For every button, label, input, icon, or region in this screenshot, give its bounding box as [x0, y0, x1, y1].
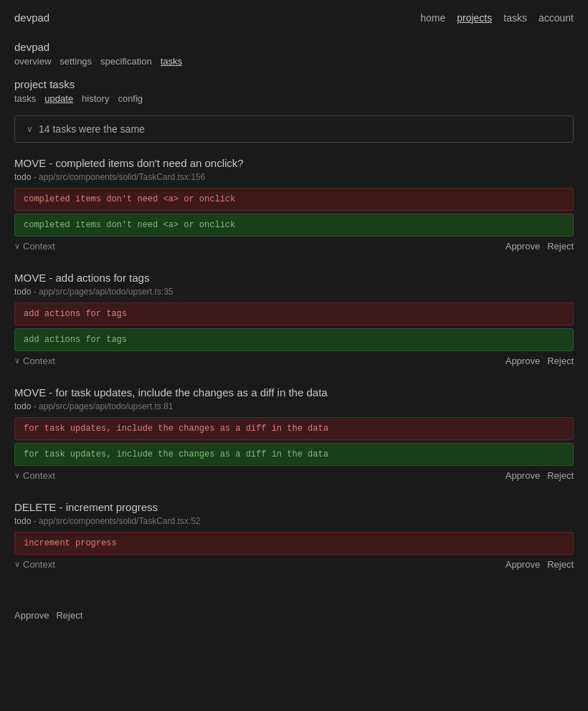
- task-title-1: MOVE - completed items don't need an onc…: [14, 157, 574, 169]
- approve-button-3[interactable]: Approve: [506, 470, 540, 481]
- task-title-4: DELETE - increment progress: [14, 501, 574, 513]
- task-meta-sep-1: -: [34, 172, 39, 182]
- context-chevron-icon-4: ∨: [14, 560, 20, 569]
- approve-reject-3: Approve Reject: [506, 470, 574, 481]
- section-header: project tasks tasks update history confi…: [0, 70, 588, 107]
- task-meta-4: todo - app/src/components/solid/TaskCard…: [14, 516, 574, 526]
- project-nav-overview[interactable]: overview: [14, 56, 51, 67]
- section-nav-tasks[interactable]: tasks: [14, 93, 36, 104]
- project-title: devpad: [14, 41, 574, 53]
- reject-button-3[interactable]: Reject: [547, 470, 574, 481]
- task-path-4: app/src/components/solid/TaskCard.tsx:52: [39, 516, 200, 526]
- task-title-2: MOVE - add actions for tags: [14, 272, 574, 284]
- task-type-2: todo: [14, 287, 31, 297]
- task-new-code-3: for task updates, include the changes as…: [14, 443, 574, 466]
- approve-button-4[interactable]: Approve: [506, 559, 540, 570]
- project-nav-settings[interactable]: settings: [60, 56, 92, 67]
- task-path-2: app/src/pages/api/todo/upsert.ts:35: [39, 287, 173, 297]
- task-title-3: MOVE - for task updates, include the cha…: [14, 386, 574, 399]
- task-path-3: app/src/pages/api/todo/upsert.ts:81: [39, 401, 173, 411]
- approve-reject-1: Approve Reject: [506, 241, 574, 252]
- task-path-1: app/src/components/solid/TaskCard.tsx:15…: [39, 172, 205, 182]
- task-old-code-1: completed items don't need <a> or onclic…: [14, 188, 574, 211]
- context-label-4: Context: [23, 559, 55, 570]
- context-chevron-icon-1: ∨: [14, 242, 20, 251]
- project-nav-specification[interactable]: specification: [100, 56, 152, 67]
- section-title: project tasks: [14, 78, 574, 90]
- section-nav-config[interactable]: config: [118, 93, 143, 104]
- context-toggle-4[interactable]: ∨ Context: [14, 559, 55, 570]
- task-old-code-3: for task updates, include the changes as…: [14, 417, 574, 440]
- approve-button-2[interactable]: Approve: [506, 356, 540, 366]
- task-type-1: todo: [14, 172, 31, 182]
- project-nav-tasks[interactable]: tasks: [161, 56, 182, 67]
- context-chevron-icon-3: ∨: [14, 471, 20, 480]
- nav-home[interactable]: home: [420, 12, 445, 24]
- bottom-reject-button[interactable]: Reject: [56, 610, 82, 621]
- reject-button-1[interactable]: Reject: [547, 241, 574, 252]
- brand: devpad: [14, 11, 49, 24]
- nav-tasks[interactable]: tasks: [503, 12, 527, 24]
- context-toggle-2[interactable]: ∨ Context: [14, 356, 55, 366]
- task-actions-4: ∨ Context Approve Reject: [14, 559, 574, 570]
- context-label-3: Context: [23, 470, 55, 481]
- project-nav: overview settings specification tasks: [14, 56, 574, 67]
- approve-reject-2: Approve Reject: [506, 356, 574, 366]
- nav-projects[interactable]: projects: [457, 12, 492, 24]
- section-nav-history[interactable]: history: [82, 93, 109, 104]
- task-meta-sep-2: -: [34, 287, 39, 297]
- reject-button-2[interactable]: Reject: [547, 356, 574, 366]
- task-new-code-2: add actions for tags: [14, 328, 574, 351]
- approve-button-1[interactable]: Approve: [506, 241, 540, 252]
- task-actions-2: ∨ Context Approve Reject: [14, 356, 574, 366]
- task-type-3: todo: [14, 401, 31, 411]
- task-actions-3: ∨ Context Approve Reject: [14, 470, 574, 481]
- task-meta-1: todo - app/src/components/solid/TaskCard…: [14, 172, 574, 182]
- banner-label: 14 tasks were the same: [39, 123, 145, 135]
- context-label-1: Context: [23, 241, 55, 252]
- task-type-4: todo: [14, 516, 31, 526]
- main-content: ∨ 14 tasks were the same MOVE - complete…: [0, 107, 588, 598]
- task-meta-3: todo - app/src/pages/api/todo/upsert.ts:…: [14, 401, 574, 411]
- top-nav-links: home projects tasks account: [420, 12, 574, 24]
- task-old-code-2: add actions for tags: [14, 302, 574, 325]
- context-chevron-icon-2: ∨: [14, 356, 20, 366]
- section-nav: tasks update history config: [14, 93, 574, 104]
- reject-button-4[interactable]: Reject: [547, 559, 574, 570]
- context-toggle-3[interactable]: ∨ Context: [14, 470, 55, 481]
- task-card-2: MOVE - add actions for tags todo - app/s…: [14, 272, 574, 366]
- task-card-3: MOVE - for task updates, include the cha…: [14, 386, 574, 481]
- context-toggle-1[interactable]: ∨ Context: [14, 241, 55, 252]
- task-card-4: DELETE - increment progress todo - app/s…: [14, 501, 574, 570]
- approve-reject-4: Approve Reject: [506, 559, 574, 570]
- same-tasks-banner[interactable]: ∨ 14 tasks were the same: [14, 115, 574, 143]
- task-new-code-1: completed items don't need <a> or onclic…: [14, 214, 574, 237]
- banner-text: tasks were the same: [52, 123, 144, 135]
- nav-account[interactable]: account: [539, 12, 574, 24]
- task-meta-sep-3: -: [34, 401, 39, 411]
- banner-chevron-icon: ∨: [27, 124, 33, 134]
- bottom-actions: Approve Reject: [0, 604, 588, 626]
- section-nav-update[interactable]: update: [44, 93, 73, 104]
- task-meta-sep-4: -: [34, 516, 39, 526]
- task-actions-1: ∨ Context Approve Reject: [14, 241, 574, 252]
- task-delete-code-4: increment progress: [14, 532, 574, 555]
- top-nav: devpad home projects tasks account: [0, 0, 588, 35]
- banner-count: 14: [39, 123, 50, 135]
- context-label-2: Context: [23, 356, 55, 366]
- task-card-1: MOVE - completed items don't need an onc…: [14, 157, 574, 252]
- bottom-approve-button[interactable]: Approve: [14, 610, 49, 621]
- task-meta-2: todo - app/src/pages/api/todo/upsert.ts:…: [14, 287, 574, 297]
- project-header: devpad overview settings specification t…: [0, 35, 588, 70]
